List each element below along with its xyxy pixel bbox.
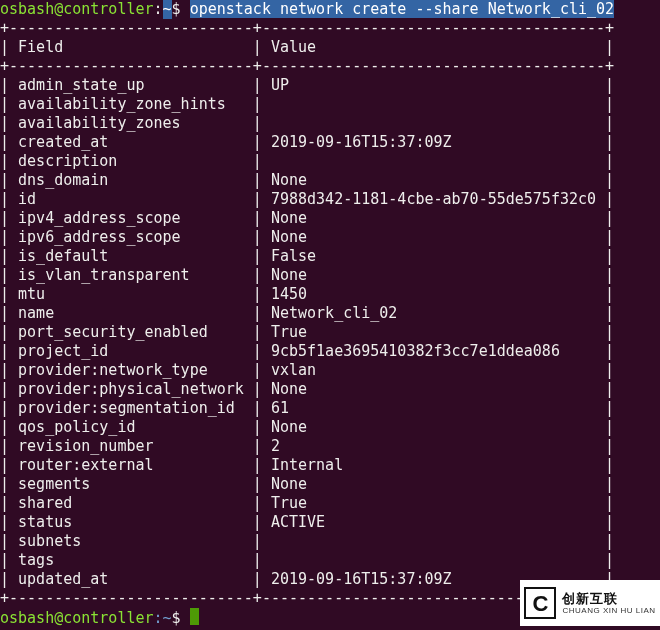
terminal-output[interactable]: osbash@controller:~$ openstack network c… [0, 0, 660, 628]
prompt-user: osbash [0, 609, 54, 627]
table-border-top: +---------------------------+-----------… [0, 19, 614, 37]
path-sep: : [154, 0, 163, 18]
at-sign: @ [54, 0, 63, 18]
prompt-path: ~ [163, 0, 172, 19]
prompt-line-2: osbash@controller:~$ [0, 609, 199, 627]
header-value: Value [271, 38, 316, 56]
prompt-dollar: $ [172, 609, 190, 627]
at-sign: @ [54, 609, 63, 627]
watermark-c-icon: C [524, 587, 556, 619]
command-text: openstack network create --share Network… [190, 0, 614, 18]
watermark-logo: C 创新互联 CHUANG XIN HU LIAN [520, 580, 660, 626]
header-field: Field [18, 38, 63, 56]
prompt-user: osbash [0, 0, 54, 18]
path-sep: : [154, 609, 163, 627]
table-border-mid: +---------------------------+-----------… [0, 57, 614, 75]
table-header-row: | Field | Value | [0, 38, 614, 56]
prompt-path: ~ [163, 609, 172, 627]
watermark-pinyin: CHUANG XIN HU LIAN [562, 607, 655, 615]
prompt-host: controller [63, 609, 153, 627]
prompt-dollar: $ [172, 0, 190, 18]
watermark-cn-text: 创新互联 [562, 592, 655, 605]
prompt-line-1: osbash@controller:~$ openstack network c… [0, 0, 614, 18]
prompt-host: controller [63, 0, 153, 18]
cursor-block [190, 608, 199, 625]
table-rows: | admin_state_up | UP | | availability_z… [0, 76, 614, 588]
